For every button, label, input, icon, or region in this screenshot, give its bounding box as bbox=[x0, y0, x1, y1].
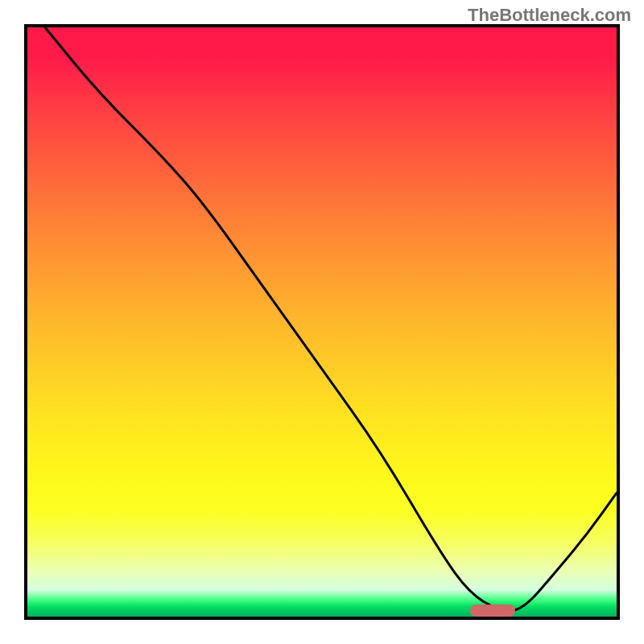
plot-area bbox=[24, 24, 620, 620]
optimal-point-marker bbox=[470, 605, 515, 617]
bottleneck-curve bbox=[45, 27, 617, 611]
curve-svg bbox=[27, 27, 617, 617]
chart-container: TheBottleneck.com bbox=[0, 0, 644, 644]
watermark-text: TheBottleneck.com bbox=[468, 5, 631, 26]
